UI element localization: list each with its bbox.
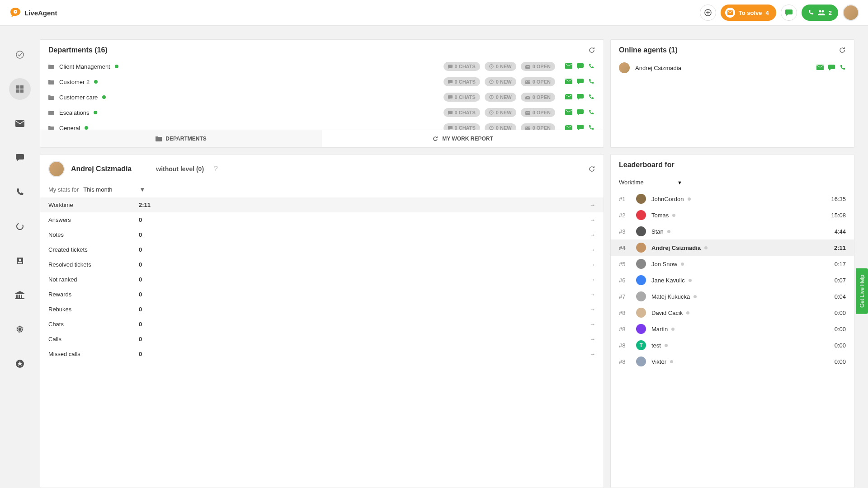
status-dot [94,111,97,114]
refresh-icon[interactable] [588,165,595,173]
call-status-button[interactable]: 2 [802,5,838,21]
arrow-right-icon[interactable]: → [590,321,595,328]
leaderboard-row[interactable]: #6 Jane Kavulic 0:07 [611,272,854,288]
chat-icon[interactable] [577,63,584,70]
arrow-right-icon[interactable]: → [590,276,595,283]
user-avatar[interactable] [843,5,859,21]
leaderboard-row[interactable]: #4 Andrej Csizmadia 2:11 [611,239,854,256]
add-button[interactable] [700,5,716,21]
stat-value: 0 [139,321,590,328]
stat-row[interactable]: Answers 0 → [40,212,604,227]
phone-icon[interactable] [588,94,594,100]
chevron-down-icon[interactable]: ▼ [677,180,682,185]
leaderboard-row[interactable]: #5 Jon Snow 0:17 [611,256,854,272]
sidebar-phone-icon[interactable] [9,181,31,203]
leaderboard-filter[interactable]: Worktime [619,179,644,186]
sidebar-dashboard-icon[interactable] [9,78,31,100]
mail-icon[interactable] [565,94,572,100]
tab-departments[interactable]: DEPARTMENTS [40,130,322,147]
tab-my-work-report[interactable]: MY WORK REPORT [322,130,604,147]
arrow-right-icon[interactable]: → [590,306,595,313]
leaderboard-row[interactable]: #2 Tomas 15:08 [611,207,854,223]
mail-icon[interactable] [565,79,572,85]
stat-row[interactable]: Notes 0 → [40,227,604,242]
folder-icon [48,80,55,84]
phone-icon[interactable] [588,125,594,130]
leaderboard-row[interactable]: #3 Stan 4:44 [611,223,854,239]
sidebar-mail-icon[interactable] [9,113,31,134]
avatar [636,259,646,269]
folder-icon [156,136,162,141]
arrow-right-icon[interactable]: → [590,216,595,223]
sidebar-chat-icon[interactable] [9,147,31,169]
arrow-right-icon[interactable]: → [590,351,595,357]
chat-icon[interactable] [577,94,584,100]
stat-row[interactable]: Not ranked 0 → [40,272,604,287]
phone-icon[interactable] [588,109,594,116]
department-row[interactable]: Client Management 0 CHATS 0 NEW 0 OPEN [40,59,603,74]
sidebar-bank-icon[interactable] [9,284,31,306]
stat-label: Rewards [48,291,139,298]
logo[interactable]: LiveAgent [9,7,57,19]
department-row[interactable]: General 0 CHATS 0 NEW 0 OPEN [40,120,603,130]
arrow-right-icon[interactable]: → [590,246,595,253]
mail-icon[interactable] [565,63,572,70]
department-row[interactable]: Customer 2 0 CHATS 0 NEW 0 OPEN [40,74,603,89]
chat-icon[interactable] [828,65,835,71]
chat-status-button[interactable] [781,5,797,21]
avatar [636,291,646,301]
stat-row[interactable]: Rewards 0 → [40,287,604,302]
chevron-down-icon[interactable]: ▼ [140,186,146,193]
arrow-right-icon[interactable]: → [590,336,595,343]
help-icon[interactable]: ? [214,165,218,173]
arrow-right-icon[interactable]: → [590,261,595,268]
refresh-icon [432,136,439,142]
svg-point-3 [819,10,821,13]
chat-icon[interactable] [577,125,584,130]
leaderboard-row[interactable]: #8 Viktor 0:00 [611,353,854,370]
refresh-icon[interactable] [839,47,846,54]
leaderboard-row[interactable]: #7 Matej Kukucka 0:04 [611,288,854,305]
get-live-help-tab[interactable]: Get Live Help [856,268,868,314]
sidebar-star-icon[interactable] [9,353,31,375]
sidebar-check-icon[interactable] [9,44,31,66]
stat-row[interactable]: Rebukes 0 → [40,302,604,317]
leaderboard-row[interactable]: #1 JohnGordon 16:35 [611,191,854,207]
stat-label: Missed calls [48,351,139,357]
leaderboard-row[interactable]: #8 Martin 0:00 [611,321,854,337]
refresh-icon[interactable] [588,47,595,54]
stat-row[interactable]: Resolved tickets 0 → [40,257,604,272]
sidebar-contacts-icon[interactable] [9,250,31,272]
stats-filter-value[interactable]: This month [83,186,112,193]
leaderboard-row[interactable]: #8 David Cacik 0:00 [611,305,854,321]
svg-rect-6 [16,85,19,89]
to-solve-label: To solve [739,9,762,16]
chat-icon[interactable] [577,109,584,116]
stat-row[interactable]: Worktime 2:11 → [40,197,604,212]
agent-row[interactable]: Andrej Csizmadia [616,59,854,77]
phone-icon[interactable] [840,65,846,71]
stat-value: 0 [139,231,590,238]
stat-row[interactable]: Missed calls 0 → [40,347,604,361]
arrow-right-icon[interactable]: → [590,291,595,298]
department-row[interactable]: Escalations 0 CHATS 0 NEW 0 OPEN [40,105,603,120]
stats-level: without level (0) [156,165,204,173]
mail-icon[interactable] [565,125,572,130]
phone-icon[interactable] [588,79,594,85]
sidebar-loading-icon[interactable] [9,216,31,237]
mail-icon[interactable] [816,65,824,71]
stat-row[interactable]: Calls 0 → [40,332,604,347]
phone-icon[interactable] [588,63,594,70]
chat-icon[interactable] [577,79,584,85]
stat-row[interactable]: Created tickets 0 → [40,242,604,257]
arrow-right-icon[interactable]: → [590,231,595,238]
department-row[interactable]: Customer care 0 CHATS 0 NEW 0 OPEN [40,89,603,105]
arrow-right-icon[interactable]: → [590,202,595,208]
sidebar-settings-icon[interactable] [9,319,31,340]
svg-rect-7 [20,85,24,89]
call-count: 2 [829,9,832,16]
mail-icon[interactable] [565,109,572,116]
stat-row[interactable]: Chats 0 → [40,317,604,332]
to-solve-button[interactable]: To solve 4 [721,5,776,21]
leaderboard-row[interactable]: #8 T test 0:00 [611,337,854,353]
